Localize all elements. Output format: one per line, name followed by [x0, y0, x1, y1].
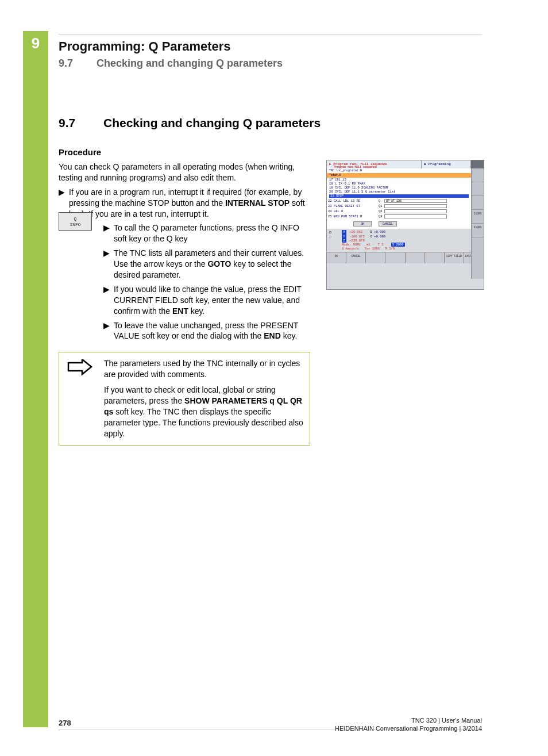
bullet-marker-icon: ▶: [103, 222, 114, 244]
note-arrow-icon: [67, 359, 92, 377]
ss-mode-icons: ⊡⌂: [329, 230, 339, 251]
q-info-softkey-icon: Q INFO: [59, 212, 92, 231]
ss-softkey: [366, 252, 385, 263]
ss-softkey: CANCEL: [346, 252, 366, 263]
ss-code-block: 17 LBL 15 18 L IX-0.1 R0 FMAX 19 CYCL DE…: [327, 178, 471, 198]
ss-sidebar-cell: [472, 196, 484, 210]
section-heading-title: Checking and changing Q parameters: [103, 116, 321, 129]
page-footer: 278 TNC 320 | User's Manual HEIDENHAIN C…: [59, 719, 482, 727]
ss-softkey: [406, 252, 425, 263]
procedure-intro: You can check Q parameters in all operat…: [59, 162, 306, 183]
ss-title-right: ◆ Programming: [422, 160, 471, 168]
ss-sidebar-cell: F100%: [472, 224, 484, 237]
procedure-heading: Procedure: [59, 147, 484, 157]
ss-param-rows: 22 CALL LBL 15 REQUP_AT_136 23 PLANE RES…: [327, 198, 471, 219]
control-screenshot: ▶ Program run, full sequence Program run…: [326, 160, 484, 290]
ss-softkey: [385, 252, 405, 263]
ss-cancel-button: CANCEL: [379, 221, 397, 227]
page-number: 278: [59, 719, 71, 727]
bullet-item: ▶ If you would like to change the value,…: [103, 284, 307, 317]
section-heading-number: 9.7: [59, 116, 103, 130]
ss-softkey: COPY FIELD: [445, 252, 464, 263]
note-paragraph: If you want to check or edit local, glob…: [104, 385, 304, 439]
bullet-text: To leave the value unchanged, press the …: [114, 320, 307, 342]
ss-sidebar-cell: S100%: [472, 210, 484, 224]
note-box: The parameters used by the TNC internall…: [59, 352, 310, 445]
bullet-item: ▶ To call the Q parameter functions, pre…: [103, 222, 307, 244]
section-running-head: 9.7Checking and changing Q parameters: [59, 57, 514, 70]
ss-softkey-bar: OK CANCEL COPY FIELD PASTE FIELD: [327, 252, 484, 263]
section-heading: 9.7Checking and changing Q parameters: [59, 116, 484, 130]
section-title: Checking and changing Q parameters: [97, 57, 283, 69]
note-paragraph: The parameters used by the TNC internall…: [104, 358, 304, 380]
bullet-text: The TNC lists all parameters and their c…: [114, 248, 307, 281]
ss-titlebar: ▶ Program run, full sequence Program run…: [327, 160, 484, 168]
ss-corner-icon: [471, 160, 484, 168]
ss-sidebar-cell: [472, 168, 484, 182]
ss-ok-button: OK: [353, 221, 372, 227]
ss-softkey: OK: [327, 252, 346, 263]
bullet-text: To call the Q parameter functions, press…: [114, 222, 307, 244]
bullet-marker-icon: ▶: [103, 284, 114, 317]
bullet-marker-icon: ▶: [103, 248, 114, 281]
bullet-item: ▶ If you are in a program run, interrupt…: [59, 187, 306, 220]
bullet-item: ▶ The TNC lists all parameters and their…: [103, 248, 307, 281]
page-header: Programming: Q Parameters 9.7Checking an…: [59, 39, 514, 70]
ss-coordinate-panel: ⊡⌂ X +20.002 B +0.000 Y -100.072 C +0.00…: [327, 229, 471, 252]
section-number: 9.7: [59, 57, 97, 70]
bullet-item: ▶ To leave the value unchanged, press th…: [103, 320, 307, 342]
ss-sidebar-cell: [472, 182, 484, 196]
ss-dialog-buttons: OK CANCEL: [327, 219, 471, 229]
ss-highlighted-line: 21 STOP: [329, 194, 469, 198]
chapter-sidebar: [23, 31, 48, 727]
header-rule: [59, 34, 482, 34]
ss-path: TNC:\nc_prog\stat.H: [327, 168, 471, 173]
footer-text: TNC 320 | User's Manual HEIDENHAIN Conve…: [335, 716, 482, 733]
sub-bullet-block: ▶ To call the Q parameter functions, pre…: [103, 222, 307, 341]
ss-title-left: ▶ Program run, full sequence Program run…: [327, 160, 422, 168]
bullet-marker-icon: ▶: [103, 320, 114, 342]
chapter-title: Programming: Q Parameters: [59, 39, 514, 54]
chapter-number: 9: [23, 34, 48, 52]
ss-sidebar: S100% F100%: [471, 168, 484, 279]
ss-softkey: [425, 252, 445, 263]
ss-orange-bar: "stat.H: [327, 173, 471, 178]
bullet-text: If you are in a program run, interrupt i…: [69, 187, 306, 220]
bullet-text: If you would like to change the value, p…: [114, 284, 307, 317]
